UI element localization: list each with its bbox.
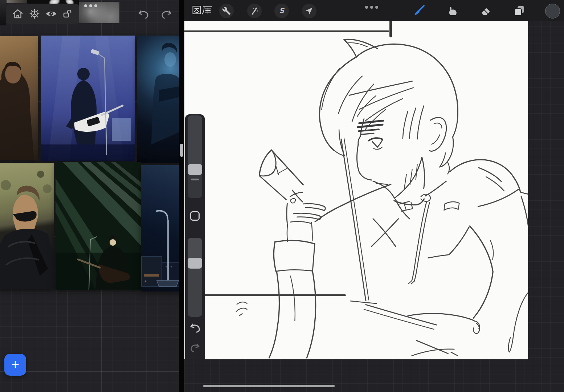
photo-fragment-gray[interactable] — [7, 0, 27, 3]
photo-sunglasses-leather[interactable] — [0, 163, 54, 289]
brush-size-thumb[interactable] — [188, 164, 202, 175]
opacity-thumb[interactable] — [188, 258, 202, 269]
home-icon — [12, 9, 23, 19]
photo-art — [41, 36, 135, 161]
more-options-icon[interactable] — [84, 4, 97, 7]
s-icon: S — [277, 7, 286, 15]
brush-tool-button[interactable] — [411, 3, 427, 19]
photo-brown-portrait[interactable] — [0, 36, 38, 160]
photo-art — [141, 165, 179, 291]
current-color-swatch — [545, 4, 560, 19]
procreate-topbar: S — [184, 0, 564, 21]
photo-art — [137, 36, 179, 163]
layers-icon — [513, 5, 526, 17]
reference-board-app: + — [0, 0, 179, 392]
settings-button[interactable] — [28, 8, 41, 20]
photo-blue-stage-guitarist[interactable] — [41, 36, 135, 161]
photo-green-rays-performer[interactable] — [56, 162, 141, 290]
undo-icon — [137, 10, 150, 21]
slider-tick — [191, 179, 199, 180]
view-mode-button[interactable] — [45, 8, 57, 20]
photo-dark-blue-portrait[interactable] — [137, 36, 179, 163]
gear-icon — [29, 8, 40, 19]
actions-button[interactable] — [219, 4, 234, 18]
redo-button[interactable] — [189, 343, 201, 354]
add-button[interactable]: + — [4, 354, 26, 376]
redo-icon — [189, 343, 201, 354]
undo-icon — [188, 323, 201, 335]
smudge-finger-icon — [447, 5, 458, 17]
move-arrow-icon — [305, 7, 314, 15]
pencil-sketch-hooded-boy — [184, 21, 528, 359]
texture-preview-thumbnail[interactable] — [79, 2, 119, 23]
svg-text:S: S — [279, 7, 285, 15]
brush-icon — [413, 5, 425, 17]
redo-icon — [160, 10, 173, 21]
more-options-icon[interactable] — [365, 6, 378, 9]
gallery-label-glyphs — [192, 5, 213, 15]
eye-icon — [45, 9, 57, 18]
photo-dark-stage-mic[interactable] — [141, 165, 179, 291]
undo-button[interactable] — [136, 9, 151, 22]
modify-button[interactable] — [190, 211, 200, 221]
photo-art — [56, 162, 141, 290]
layers-button[interactable] — [511, 3, 527, 19]
split-view-divider — [179, 0, 184, 392]
procreate-sidebar — [185, 114, 205, 359]
smudge-tool-button[interactable] — [445, 3, 461, 19]
photo-art — [0, 163, 54, 289]
redo-button[interactable] — [159, 9, 174, 22]
opacity-slider[interactable] — [188, 238, 202, 317]
board-toolbar — [7, 4, 79, 24]
photo-art — [0, 36, 38, 160]
adjustments-button[interactable] — [247, 4, 262, 18]
brush-size-slider[interactable] — [188, 115, 202, 198]
lock-button[interactable] — [62, 8, 74, 20]
divider-handle[interactable] — [180, 144, 183, 157]
lock-open-icon — [62, 8, 73, 19]
transform-button[interactable] — [302, 4, 316, 18]
ipad-split-screen: + — [0, 0, 564, 392]
home-indicator[interactable] — [203, 385, 335, 387]
home-button[interactable] — [12, 8, 24, 20]
selection-button[interactable]: S — [274, 4, 289, 18]
procreate-app: S — [184, 0, 564, 392]
undo-button[interactable] — [188, 323, 201, 335]
color-button[interactable] — [544, 3, 560, 19]
gallery-button[interactable] — [192, 5, 213, 17]
magic-wand-icon — [250, 7, 259, 15]
wrench-icon — [222, 7, 231, 15]
erase-tool-button[interactable] — [478, 3, 494, 19]
drawing-canvas[interactable] — [184, 21, 528, 359]
photo-fragment-left-edge[interactable] — [0, 0, 6, 25]
eraser-icon — [480, 5, 491, 17]
